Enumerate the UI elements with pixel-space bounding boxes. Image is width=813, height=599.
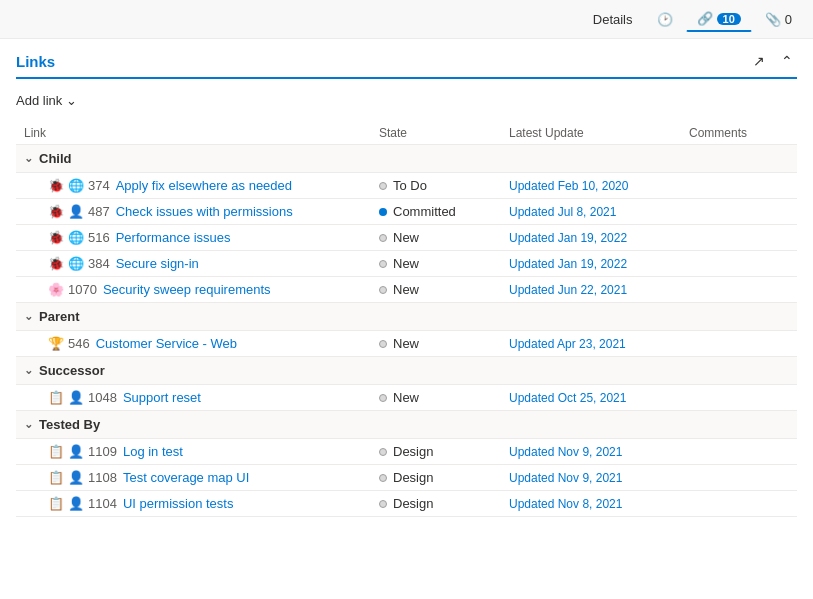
item-icon: 🌸 bbox=[48, 282, 64, 297]
item-id: 546 bbox=[68, 336, 90, 351]
state-dot bbox=[379, 500, 387, 508]
table-row: 🐞🌐 384 Secure sign-in New Updated Jan 19… bbox=[16, 251, 797, 277]
state-cell: New bbox=[379, 256, 509, 271]
state-cell: New bbox=[379, 390, 509, 405]
state-label: To Do bbox=[393, 178, 427, 193]
header-actions: ↗ ⌃ bbox=[749, 51, 797, 71]
group-row-successor[interactable]: ⌄ Successor bbox=[16, 357, 797, 385]
item-title[interactable]: Apply fix elsewhere as needed bbox=[116, 178, 292, 193]
links-icon: 🔗 bbox=[697, 11, 713, 26]
state-label: New bbox=[393, 390, 419, 405]
state-label: New bbox=[393, 256, 419, 271]
item-title[interactable]: Test coverage map UI bbox=[123, 470, 249, 485]
table-row: 📋👤 1104 UI permission tests Design Updat… bbox=[16, 491, 797, 517]
table-row: 🏆 546 Customer Service - Web New Updated… bbox=[16, 331, 797, 357]
history-icon: 🕑 bbox=[657, 12, 673, 27]
update-cell: Updated Nov 9, 2021 bbox=[509, 445, 689, 459]
item-icon: 👤 bbox=[68, 204, 84, 219]
state-cell: Design bbox=[379, 470, 509, 485]
state-label: New bbox=[393, 336, 419, 351]
col-state: State bbox=[379, 126, 509, 140]
item-icon: 🏆 bbox=[48, 336, 64, 351]
update-cell: Updated Nov 8, 2021 bbox=[509, 497, 689, 511]
item-id: 384 bbox=[88, 256, 110, 271]
dropdown-icon: ⌄ bbox=[66, 93, 77, 108]
state-label: Design bbox=[393, 496, 433, 511]
table-row: 🐞🌐 516 Performance issues New Updated Ja… bbox=[16, 225, 797, 251]
state-dot bbox=[379, 182, 387, 190]
link-cell: 🐞🌐 374 Apply fix elsewhere as needed bbox=[48, 178, 379, 193]
item-id: 374 bbox=[88, 178, 110, 193]
link-cell: 📋👤 1109 Log in test bbox=[48, 444, 379, 459]
update-cell: Updated Oct 25, 2021 bbox=[509, 391, 689, 405]
item-title[interactable]: Support reset bbox=[123, 390, 201, 405]
state-dot bbox=[379, 394, 387, 402]
state-cell: New bbox=[379, 336, 509, 351]
expand-icon[interactable]: ↗ bbox=[749, 51, 769, 71]
update-cell: Updated Nov 9, 2021 bbox=[509, 471, 689, 485]
item-icon: 👤 bbox=[68, 496, 84, 511]
item-title[interactable]: Performance issues bbox=[116, 230, 231, 245]
item-title[interactable]: Secure sign-in bbox=[116, 256, 199, 271]
item-icon: 🐞 bbox=[48, 178, 64, 193]
state-cell: Committed bbox=[379, 204, 509, 219]
item-icon: 👤 bbox=[68, 470, 84, 485]
state-cell: New bbox=[379, 282, 509, 297]
attachments-count: 0 bbox=[785, 12, 792, 27]
col-update: Latest Update bbox=[509, 126, 689, 140]
group-row-tested-by[interactable]: ⌄ Tested By bbox=[16, 411, 797, 439]
group-row-parent[interactable]: ⌄ Parent bbox=[16, 303, 797, 331]
links-tab[interactable]: 🔗 10 bbox=[686, 6, 752, 32]
table-row: 📋👤 1108 Test coverage map UI Design Upda… bbox=[16, 465, 797, 491]
group-row-child[interactable]: ⌄ Child bbox=[16, 145, 797, 173]
paperclip-icon: 📎 bbox=[765, 12, 781, 27]
history-button[interactable]: 🕑 bbox=[648, 7, 682, 32]
item-icon: 🐞 bbox=[48, 204, 64, 219]
item-icon: 🌐 bbox=[68, 256, 84, 271]
state-cell: To Do bbox=[379, 178, 509, 193]
top-bar: Details 🕑 🔗 10 📎 0 bbox=[0, 0, 813, 39]
add-link-button[interactable]: Add link ⌄ bbox=[16, 89, 77, 112]
item-title[interactable]: Security sweep requirements bbox=[103, 282, 271, 297]
col-link: Link bbox=[24, 126, 379, 140]
item-title[interactable]: Customer Service - Web bbox=[96, 336, 237, 351]
links-title: Links bbox=[16, 53, 55, 70]
link-cell: 📋👤 1048 Support reset bbox=[48, 390, 379, 405]
state-cell: Design bbox=[379, 444, 509, 459]
state-dot bbox=[379, 234, 387, 242]
item-icon: 📋 bbox=[48, 496, 64, 511]
item-id: 1109 bbox=[88, 444, 117, 459]
table-row: 🐞👤 487 Check issues with permissions Com… bbox=[16, 199, 797, 225]
update-cell: Updated Apr 23, 2021 bbox=[509, 337, 689, 351]
group-label: Tested By bbox=[39, 417, 100, 432]
item-title[interactable]: UI permission tests bbox=[123, 496, 234, 511]
item-icon: 📋 bbox=[48, 470, 64, 485]
state-dot bbox=[379, 474, 387, 482]
table-row: 📋👤 1109 Log in test Design Updated Nov 9… bbox=[16, 439, 797, 465]
groups-container: ⌄ Child 🐞🌐 374 Apply fix elsewhere as ne… bbox=[16, 145, 797, 517]
add-link-label: Add link bbox=[16, 93, 62, 108]
state-dot bbox=[379, 260, 387, 268]
details-label: Details bbox=[593, 12, 633, 27]
state-label: Design bbox=[393, 444, 433, 459]
group-chevron-icon: ⌄ bbox=[24, 310, 33, 323]
links-header: Links ↗ ⌃ bbox=[16, 51, 797, 79]
state-cell: New bbox=[379, 230, 509, 245]
attachments-button[interactable]: 📎 0 bbox=[756, 7, 801, 32]
state-dot bbox=[379, 448, 387, 456]
item-title[interactable]: Check issues with permissions bbox=[116, 204, 293, 219]
group-chevron-icon: ⌄ bbox=[24, 364, 33, 377]
content-area: Links ↗ ⌃ Add link ⌄ Link State Latest U… bbox=[0, 39, 813, 529]
item-id: 1108 bbox=[88, 470, 117, 485]
links-table: Link State Latest Update Comments ⌄ Chil… bbox=[16, 122, 797, 517]
item-title[interactable]: Log in test bbox=[123, 444, 183, 459]
collapse-icon[interactable]: ⌃ bbox=[777, 51, 797, 71]
link-cell: 🐞👤 487 Check issues with permissions bbox=[48, 204, 379, 219]
link-cell: 📋👤 1104 UI permission tests bbox=[48, 496, 379, 511]
state-dot bbox=[379, 286, 387, 294]
update-cell: Updated Jan 19, 2022 bbox=[509, 231, 689, 245]
table-row: 📋👤 1048 Support reset New Updated Oct 25… bbox=[16, 385, 797, 411]
details-tab[interactable]: Details bbox=[582, 7, 644, 32]
update-cell: Updated Feb 10, 2020 bbox=[509, 179, 689, 193]
update-cell: Updated Jul 8, 2021 bbox=[509, 205, 689, 219]
